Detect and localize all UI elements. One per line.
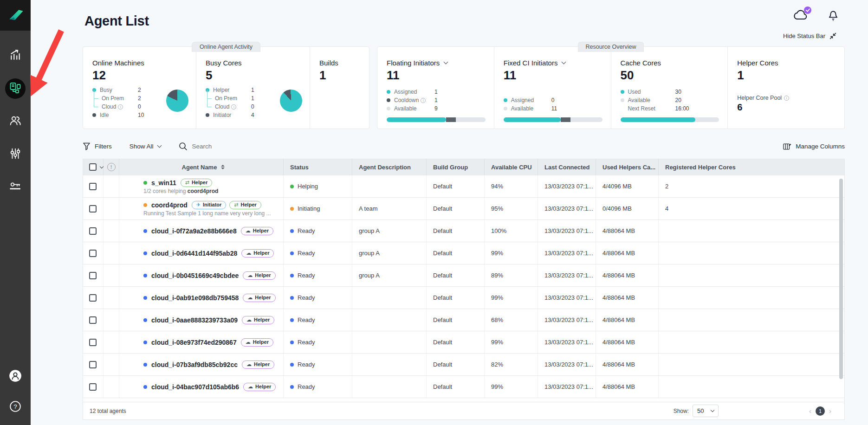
helper-cloud-badge: ☁Helper [243,271,275,280]
helper-cloud-badge: ☁Helper [241,338,273,347]
builds-block: Builds 1 [310,47,369,129]
table-row[interactable]: cloud_i-0f72a9a2e88b666e8 ☁Helper Ready … [83,219,844,242]
agent-name: cloud_i-0ab91e098db759458 [151,294,239,302]
cloud-status-button[interactable] [793,9,809,22]
online-agent-activity-panel: Online Agent Activity Online Machines 12… [83,46,369,129]
last-connected: 13/03/2023 07:1... [538,376,596,398]
table-row[interactable]: coord4prod ✈Initiator⇄Helper Running Tes… [83,197,844,219]
legend-cloud: Cloudi 0 [206,103,271,111]
used-helpers: 4/88064 MB [596,242,659,264]
row-checkbox[interactable] [89,383,97,391]
row-checkbox[interactable] [89,227,97,235]
agent-dot [143,274,147,277]
available-cpu: 94% [485,175,538,197]
info-icon: i [231,104,236,109]
helper-cloud-icon: ☁ [246,250,251,256]
build-group: Default [427,309,485,331]
table-row[interactable]: cloud_i-08e973f74ed290867 ☁Helper Ready … [83,331,844,353]
registered-helper-cores [659,376,844,398]
current-page-button[interactable]: 1 [816,406,825,416]
row-checkbox[interactable] [89,316,97,324]
resource-overview-panel: Resource Overview Floating Initiators 11… [377,46,845,129]
last-connected: 13/03/2023 07:1... [538,264,596,286]
app-logo[interactable] [0,0,31,31]
table-row[interactable]: cloud_i-0d6441d144f95ab28 ☁Helper Ready … [83,242,844,264]
cache-progress-bar [621,117,719,122]
partial-row [83,398,844,402]
table-row[interactable]: cloud_i-0ab91e098db759458 ☁Helper Ready … [83,286,844,309]
show-all-dropdown[interactable]: Show All [130,143,161,150]
helper-badge: ⇄Helper [181,179,212,187]
select-all-checkbox[interactable] [89,163,97,171]
row-checkbox[interactable] [89,272,97,279]
row-checkbox[interactable] [89,339,97,346]
fixed-legend: Assigned0 Available11 [504,96,571,113]
legend-initiator: Initiator 4 [206,111,271,119]
helper-core-pool-label: Helper Core Pool [737,95,782,101]
helper-cloud-icon: ☁ [247,272,253,278]
builds-label: Builds [319,59,361,67]
row-checkbox[interactable] [89,205,97,212]
sidebar-item-agents[interactable] [5,78,26,99]
helper-badge: ⇄Helper [229,201,261,209]
column-header-agent-name: Agent Name [182,164,217,171]
initiator-badge: ✈Initiator [192,201,227,209]
sidebar-item-dashboard[interactable] [5,45,26,66]
search-input[interactable] [191,142,256,150]
filters-button[interactable]: Filters [83,142,112,150]
logo-icon [6,6,25,25]
helper-cloud-badge: ☁Helper [243,294,275,302]
used-helpers: 4/88064 MB [596,354,659,375]
agent-dot [143,363,147,367]
sort-icon[interactable] [221,165,225,169]
fixed-ci-initiators-block: Fixed CI Initiators 11 Assigned0 Availab… [494,47,611,129]
row-checkbox[interactable] [89,361,97,368]
bell-icon [827,8,839,21]
helper-cloud-icon: ☁ [246,361,252,367]
agent-subtitle: 1/2 cores helping coord4prod [143,188,218,194]
agent-badges: ⇄Helper [181,179,212,187]
status-label: Ready [298,339,315,346]
build-group: Default [427,376,485,398]
registered-helper-cores [659,264,844,286]
page-size-select[interactable]: 50 [693,405,719,417]
busy-cores-value: 5 [206,68,301,83]
table-row[interactable]: cloud_i-0b0451669c49cbdee ☁Helper Ready … [83,264,844,286]
select-menu-chevron-icon[interactable] [100,164,104,168]
cache-cores-value: 50 [621,68,719,83]
row-checkbox[interactable] [89,250,97,257]
agent-dot [143,341,147,344]
status-label: Ready [298,294,315,301]
agent-name: cloud_i-0f72a9a2e88b666e8 [151,227,237,235]
sidebar-item-users[interactable] [5,111,26,132]
next-page-button[interactable]: › [829,407,831,415]
registered-helper-cores [659,287,844,309]
table-row[interactable]: s_win11 ⇄Helper 1/2 cores helping coord4… [83,175,844,197]
table-row[interactable]: cloud_i-04bac907d105ab6b6 ☁Helper Ready … [83,375,844,398]
row-checkbox[interactable] [89,294,97,302]
sidebar-item-license[interactable] [5,177,26,198]
sidebar-item-profile[interactable] [5,367,26,387]
sidebar-item-help[interactable]: ? [5,397,26,418]
chevron-down-icon[interactable] [444,60,448,64]
used-helpers: 4/4096 MB [596,175,659,197]
registered-helper-cores [659,331,844,353]
hide-status-bar-button[interactable]: Hide Status Bar [783,32,836,39]
agent-name: cloud_i-04bac907d105ab6b6 [151,383,239,391]
table-row[interactable]: cloud_i-07b3af9db85cb92cc ☁Helper Ready … [83,353,844,375]
notifications-button[interactable] [827,8,839,23]
vertical-scrollbar-thumb[interactable] [839,179,843,379]
helper-cloud-badge: ☁Helper [241,249,274,258]
table-row[interactable]: cloud_i-0aae8883239733a09 ☁Helper Ready … [83,309,844,331]
manage-columns-button[interactable]: Manage Columns [783,142,845,150]
available-cpu: 89% [485,264,538,286]
row-checkbox[interactable] [89,183,97,190]
chevron-down-icon[interactable] [562,60,566,64]
agent-name: cloud_i-0d6441d144f95ab28 [151,250,237,257]
helper-cores-value: 1 [737,68,836,83]
sidebar-item-settings[interactable] [5,144,26,165]
agent-badges: ☁Helper [243,271,275,280]
agent-badges: ☁Helper [242,361,274,369]
prev-page-button[interactable]: ‹ [809,407,811,415]
search-box[interactable] [179,142,256,150]
